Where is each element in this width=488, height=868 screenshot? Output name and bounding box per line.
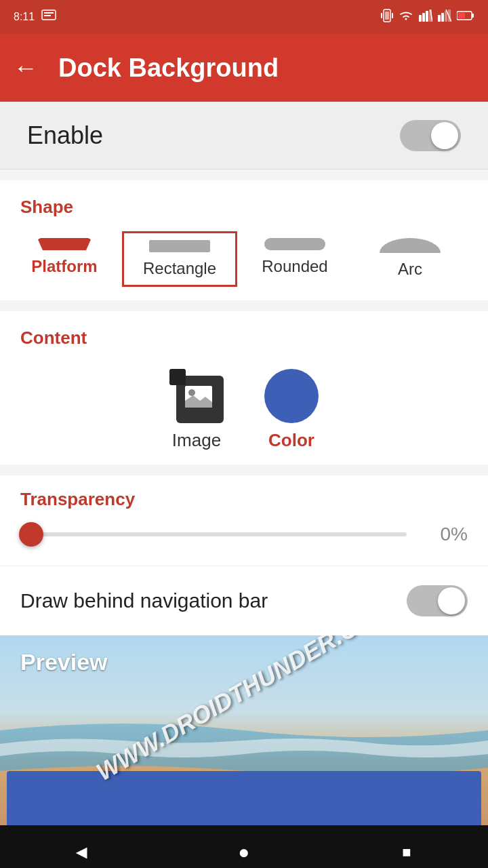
svg-rect-8 [422, 13, 425, 22]
rounded-shape-icon [264, 238, 325, 250]
status-time: 8:11 [14, 11, 35, 23]
svg-point-21 [188, 389, 195, 396]
shape-item-platform[interactable]: Platform [7, 231, 122, 283]
battery-icon [457, 10, 474, 24]
image-icon-container [169, 369, 224, 423]
svg-rect-1 [44, 12, 54, 14]
transparency-slider-thumb[interactable] [19, 522, 43, 547]
nav-recent-button[interactable]: ■ [386, 839, 427, 866]
page-title: Dock Background [58, 54, 279, 83]
nav-recent-icon: ■ [402, 844, 411, 861]
message-icon [41, 9, 56, 24]
content-section-label: Content [0, 311, 488, 355]
shape-section-label: Shape [0, 180, 488, 224]
preview-dock-bar [7, 771, 481, 825]
draw-behind-nav-toggle[interactable] [407, 585, 468, 616]
shape-item-rectangle[interactable]: Rectangle [122, 231, 237, 287]
svg-rect-4 [385, 12, 389, 20]
svg-rect-7 [419, 15, 422, 22]
wifi-icon [399, 9, 413, 24]
draw-behind-toggle-thumb [438, 587, 465, 614]
shape-label-arc: Arc [398, 260, 422, 279]
transparency-label: Transparency [20, 489, 468, 510]
nav-home-button[interactable]: ● [224, 839, 264, 866]
transparency-section: Transparency 0% [0, 475, 488, 566]
shape-item-rounded[interactable]: Rounded [237, 231, 352, 283]
svg-rect-5 [381, 13, 382, 18]
enable-toggle[interactable] [400, 120, 461, 151]
svg-rect-13 [441, 13, 444, 22]
status-left: 8:11 [14, 9, 56, 24]
rectangle-shape-icon [149, 240, 210, 252]
signal1-icon [419, 9, 432, 24]
content-label-color: Color [268, 430, 314, 451]
content-label-image: Image [172, 430, 221, 451]
toggle-thumb [431, 122, 458, 149]
svg-rect-12 [438, 15, 441, 22]
platform-shape-icon [37, 238, 92, 250]
color-circle-icon [264, 369, 319, 423]
content-item-color[interactable]: Color [264, 369, 319, 451]
transparency-slider-track[interactable] [20, 532, 407, 536]
shape-label-rectangle: Rectangle [143, 259, 216, 278]
draw-behind-nav-label: Draw behind navigation bar [20, 589, 268, 612]
draw-behind-nav-row: Draw behind navigation bar [0, 566, 488, 635]
svg-rect-2 [44, 15, 51, 16]
vibrate-icon [381, 8, 393, 26]
status-right [381, 8, 474, 26]
content-section: Content Image Color [0, 311, 488, 465]
bottom-nav: ◄ ● ■ [0, 825, 488, 868]
signal2-icon [438, 9, 451, 24]
svg-rect-6 [392, 13, 393, 18]
nav-back-icon: ◄ [72, 842, 91, 863]
enable-row: Enable [0, 102, 488, 170]
shape-label-platform: Platform [31, 257, 97, 276]
transparency-value: 0% [420, 524, 468, 545]
shape-item-arc[interactable]: Arc [352, 231, 468, 285]
content-selector: Image Color [0, 355, 488, 465]
preview-section: Preview WWW.DROIDTHUNDER.COM [0, 635, 488, 825]
arc-shape-icon [380, 238, 441, 253]
svg-rect-18 [472, 14, 474, 18]
content-item-image[interactable]: Image [169, 369, 224, 451]
back-button[interactable]: ← [14, 54, 38, 82]
transparency-slider-row: 0% [20, 524, 468, 545]
svg-rect-19 [458, 13, 465, 18]
status-bar: 8:11 [0, 0, 488, 34]
nav-back-button[interactable]: ◄ [61, 839, 102, 866]
shape-section: Shape Platform Rectangle Rounded Arc [0, 180, 488, 300]
shape-selector: Platform Rectangle Rounded Arc [0, 224, 488, 300]
image-stack-bg [169, 369, 186, 385]
nav-home-icon: ● [239, 842, 250, 863]
shape-label-rounded: Rounded [262, 257, 327, 276]
app-bar: ← Dock Background [0, 34, 488, 102]
enable-label: Enable [27, 121, 103, 150]
preview-label: Preview [20, 649, 108, 675]
svg-rect-9 [426, 11, 428, 22]
